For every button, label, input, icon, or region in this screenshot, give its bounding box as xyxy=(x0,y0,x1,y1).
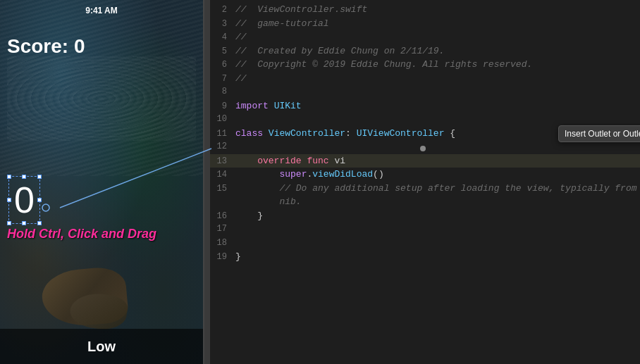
code-editor-panel[interactable]: 2 // ViewController.swift 3 // game-tuto… xyxy=(210,0,640,364)
code-line-6: 6 // Copyright © 2019 Eddie Chung. All r… xyxy=(210,58,640,72)
panel-divider xyxy=(204,0,210,364)
simulator-panel: 9:41 AM Score: 0 0 Hold Ctrl, Click and … xyxy=(0,0,204,364)
code-line-16: 16 } xyxy=(210,209,640,223)
zero-label-container[interactable]: 0 xyxy=(14,182,35,218)
code-line-2: 2 // ViewController.swift xyxy=(210,3,640,17)
code-line-10: 10 xyxy=(210,113,640,127)
code-line-5: 5 // Created by Eddie Chung on 2/11/19. xyxy=(210,44,640,58)
simulator-time: 9:41 AM xyxy=(85,6,118,15)
code-line-3: 3 // game-tutorial xyxy=(210,17,640,31)
handle-mid-right xyxy=(37,198,42,202)
code-line-7: 7 // xyxy=(210,72,640,86)
code-line-4: 4 // xyxy=(210,30,640,44)
handle-top-right xyxy=(37,175,42,179)
handle-bot-mid xyxy=(22,221,26,225)
water-foam xyxy=(7,56,196,141)
drag-origin-dot xyxy=(420,146,426,151)
code-line-15: 15 // Do any additional setup after load… xyxy=(210,182,640,196)
code-line-19: 19 } xyxy=(210,250,640,264)
handle-mid-left xyxy=(7,198,11,202)
code-line-13: 13 override func vi xyxy=(210,154,640,168)
handle-top-left xyxy=(7,175,11,179)
code-line-14: 14 super.viewDidLoad() xyxy=(210,168,640,182)
low-label: Low xyxy=(87,339,116,355)
code-line-15b: nib. xyxy=(210,195,640,209)
handle-bot-right xyxy=(37,221,42,225)
simulator-bottom-bar: Low xyxy=(0,329,203,364)
score-label: Score: 0 xyxy=(7,35,85,58)
ctrl-drag-instruction: Hold Ctrl, Click and Drag xyxy=(7,227,156,241)
code-line-17: 17 xyxy=(210,222,640,237)
code-line-9: 9 import UIKit xyxy=(210,99,640,113)
handle-top-mid xyxy=(22,175,26,179)
selection-box xyxy=(8,176,40,224)
code-line-18: 18 xyxy=(210,237,640,251)
outlet-tooltip: Insert Outlet or Outlet Collection xyxy=(558,125,640,142)
handle-bot-left xyxy=(7,221,11,225)
code-line-8: 8 xyxy=(210,85,640,99)
